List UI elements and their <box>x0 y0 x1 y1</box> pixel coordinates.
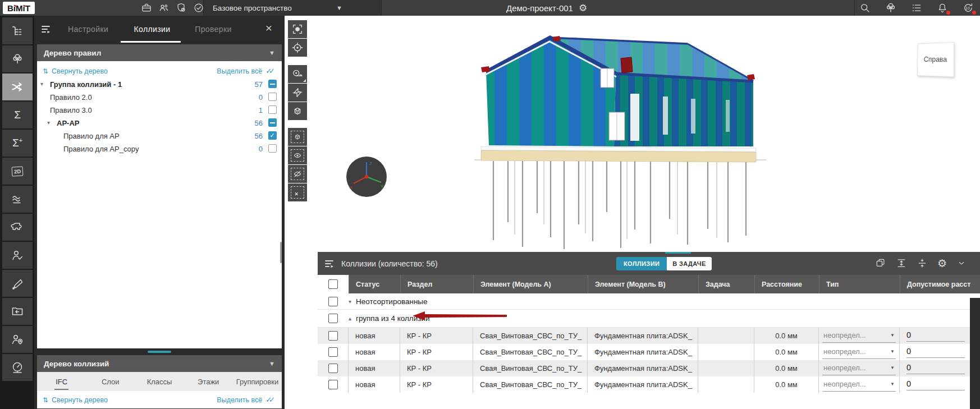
table-vertical-scrollbar[interactable] <box>970 298 980 409</box>
locate-target-button[interactable] <box>288 39 307 57</box>
tool-dashboard-button[interactable] <box>2 354 33 381</box>
tool-user-location-button[interactable] <box>2 326 33 353</box>
rule-checkbox[interactable] <box>268 80 277 88</box>
select-all-link[interactable]: Выделить всё ✓✓ <box>217 396 275 404</box>
group-row-unsorted[interactable]: ▾ Неотсортированные <box>318 293 980 310</box>
collision-row[interactable]: новая КР - КР Свая_Винтовая_СВС_по_ТУ_ Ф… <box>318 376 980 393</box>
view-cube[interactable]: Справа <box>917 42 954 77</box>
model-3d-house[interactable] <box>285 16 980 252</box>
splitter-handle[interactable] <box>148 351 171 353</box>
isolate-selection-button[interactable] <box>288 128 307 146</box>
rule-checkbox[interactable] <box>268 131 277 140</box>
tool-charts-button[interactable] <box>2 186 33 213</box>
collapse-panel-chevron-icon[interactable] <box>956 258 967 268</box>
section-plane-button[interactable] <box>288 84 307 102</box>
close-panel-icon[interactable]: × <box>262 21 276 35</box>
select-all-checkbox[interactable] <box>328 279 338 289</box>
briefcase-icon[interactable] <box>140 2 153 14</box>
panel-splitter[interactable] <box>34 348 285 355</box>
row-checkbox[interactable] <box>328 331 338 341</box>
tab-ifc[interactable]: IFC <box>37 372 86 391</box>
type-dropdown[interactable]: неопредел...▼ <box>822 329 896 343</box>
row-checkbox[interactable] <box>328 380 338 389</box>
collapse-tree-link[interactable]: ⇅ Свернуть дерево <box>43 67 108 75</box>
tool-construction-button[interactable] <box>2 270 33 297</box>
panel-menu-icon[interactable] <box>324 259 336 268</box>
column-header-element-b[interactable]: Элемент (Модель B) <box>588 275 698 293</box>
tool-clash-detection-button[interactable] <box>2 73 33 100</box>
notifications-bell-icon[interactable] <box>936 2 949 14</box>
workspace-selector[interactable]: Базовое пространство ▼ <box>203 0 382 16</box>
column-header-type[interactable]: Тип <box>819 275 900 293</box>
tree-row[interactable]: ▾ АР-АР 56 <box>37 117 282 130</box>
panel-scrollbar[interactable] <box>280 242 282 263</box>
tree-row[interactable]: Правило 3.0 1 <box>37 104 282 117</box>
clear-selection-button[interactable] <box>288 183 307 201</box>
column-header-element-a[interactable]: Элемент (Модель А) <box>473 275 588 293</box>
row-checkbox[interactable] <box>328 297 338 306</box>
column-header-task[interactable]: Задача <box>698 275 754 293</box>
collision-row[interactable]: новая КР - КР Свая_Винтовая_СВС_по_ТУ_ Ф… <box>318 328 980 344</box>
tab-layers[interactable]: Слои <box>86 372 135 391</box>
select-all-link[interactable]: Выделить всё ✓✓ <box>217 67 275 75</box>
expand-rows-icon[interactable] <box>896 258 907 269</box>
rule-checkbox[interactable] <box>268 118 277 127</box>
project-tree-icon[interactable] <box>885 2 897 14</box>
column-header-distance[interactable]: Расстояние <box>754 275 819 293</box>
tab-checks[interactable]: Проверки <box>187 16 240 43</box>
column-header-allowed-distance[interactable]: Допустимое расст <box>900 275 980 293</box>
project-settings-gear-icon[interactable]: ⚙ <box>579 3 587 13</box>
team-icon[interactable] <box>158 2 170 14</box>
group-collapse-icon[interactable]: ▾ <box>349 298 351 305</box>
rules-tree-section-header[interactable]: Дерево правил ▼ <box>37 44 282 61</box>
zoom-fit-button[interactable] <box>288 20 307 38</box>
expand-arrow-icon[interactable]: ▾ <box>47 120 50 126</box>
collision-row[interactable]: новая КР - КР Свая_Винтовая_СВС_по_ТУ_ Ф… <box>318 360 980 376</box>
type-dropdown[interactable]: неопредел...▼ <box>822 378 896 392</box>
tab-floors[interactable]: Этажи <box>184 372 233 391</box>
bimit-logo[interactable]: BiMiT <box>3 2 35 14</box>
row-checkbox[interactable] <box>328 314 338 323</box>
rule-checkbox[interactable] <box>268 144 277 153</box>
tab-settings[interactable]: Настройки <box>60 16 116 43</box>
tool-export-folder-button[interactable] <box>2 298 33 325</box>
rule-checkbox[interactable] <box>268 93 277 101</box>
list-icon[interactable] <box>910 2 923 14</box>
shield-status-icon[interactable] <box>175 2 187 14</box>
tool-plugins-button[interactable] <box>2 214 33 241</box>
allowed-distance-input[interactable]: 0 <box>906 330 965 342</box>
tree-row[interactable]: Правило 2.0 0 <box>37 91 282 104</box>
panel-menu-icon[interactable] <box>41 25 52 34</box>
type-dropdown[interactable]: неопредел...▼ <box>822 362 896 375</box>
group-expand-icon[interactable]: ▴ <box>349 315 351 321</box>
allowed-distance-input[interactable]: 0 <box>906 363 965 374</box>
sync-history-icon[interactable]: 10 <box>962 2 974 14</box>
type-dropdown[interactable]: неопредел...▼ <box>822 346 896 359</box>
tool-model-structure-button[interactable] <box>2 17 33 44</box>
column-header-status[interactable]: Статус <box>349 275 400 293</box>
row-checkbox[interactable] <box>328 364 338 373</box>
tool-2d-drawings-button[interactable]: 2D <box>2 158 33 185</box>
show-selection-button[interactable] <box>288 146 307 164</box>
tab-classes[interactable]: Классы <box>135 372 184 391</box>
tool-totals-button[interactable]: Σ <box>2 102 33 128</box>
allowed-distance-input[interactable]: 0 <box>906 347 965 358</box>
row-checkbox[interactable] <box>328 347 338 357</box>
collapse-rows-icon[interactable] <box>917 258 928 269</box>
allowed-distance-input[interactable]: 0 <box>906 379 965 390</box>
rule-checkbox[interactable] <box>268 105 277 114</box>
collapse-tree-link[interactable]: ⇅ Свернуть дерево <box>43 396 108 404</box>
tree-row[interactable]: Правило для АР_copy 0 <box>37 143 282 155</box>
collisions-tree-section-header[interactable]: Дерево коллизий ▼ <box>37 355 282 372</box>
group-collisions-icon[interactable] <box>875 258 886 269</box>
collisions-toggle-button[interactable]: КОЛЛИЗИИ <box>616 257 667 270</box>
in-task-toggle-button[interactable]: В ЗАДАЧЕ <box>667 257 711 270</box>
tab-collisions[interactable]: Коллизии <box>125 16 179 43</box>
panel-resize-handle[interactable] <box>665 252 691 254</box>
table-settings-gear-icon[interactable]: ⚙ <box>937 258 947 269</box>
tool-totals-add-button[interactable]: Σ+ <box>2 130 33 157</box>
tool-model-tree-button[interactable] <box>2 45 33 72</box>
expand-arrow-icon[interactable]: ▾ <box>40 81 43 87</box>
search-icon[interactable] <box>859 2 871 14</box>
column-header-section[interactable]: Раздел <box>400 275 473 293</box>
